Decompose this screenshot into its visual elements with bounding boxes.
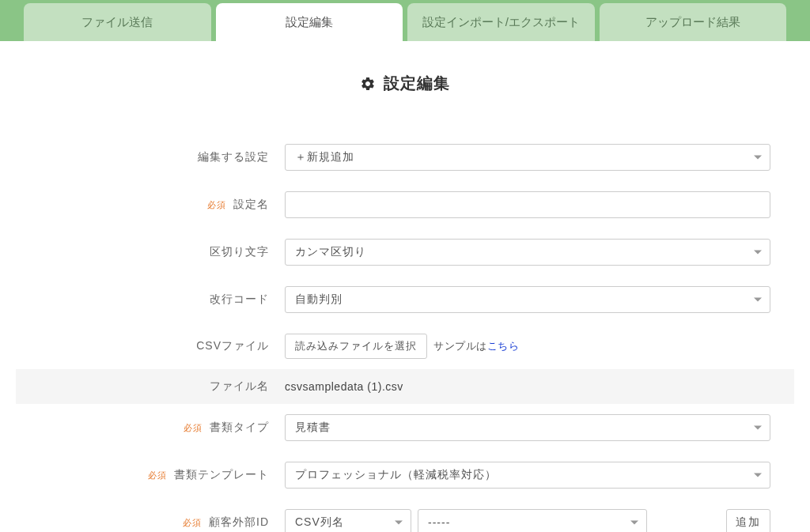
label-customer-ext-id: 必須 顧客外部ID: [16, 515, 285, 530]
gear-icon: [360, 76, 376, 92]
row-setting-name: 必須 設定名: [16, 181, 794, 228]
chevron-down-icon: [630, 521, 638, 525]
select-customer-csv-column[interactable]: CSV列名: [285, 509, 411, 532]
settings-form: 編集する設定 ＋新規追加 必須 設定名 区切り文字 カンマ区切り 改行コード: [0, 134, 810, 532]
chevron-down-icon: [754, 474, 762, 477]
label-delimiter: 区切り文字: [16, 245, 285, 259]
select-value: ＋新規追加: [295, 150, 354, 164]
row-delimiter: 区切り文字 カンマ区切り: [16, 228, 794, 276]
select-value: プロフェッショナル（軽減税率対応）: [295, 468, 497, 482]
select-customer-value[interactable]: -----: [418, 509, 647, 532]
select-value: 自動判別: [295, 292, 343, 307]
sample-link[interactable]: こちら: [487, 340, 520, 352]
chevron-down-icon: [754, 156, 762, 160]
row-csv-file: CSVファイル 読み込みファイルを選択 サンプルはこちら: [16, 323, 794, 369]
select-edit-setting[interactable]: ＋新規追加: [285, 144, 770, 171]
row-newline: 改行コード 自動判別: [16, 276, 794, 323]
chevron-down-icon: [754, 251, 762, 255]
chevron-down-icon: [754, 426, 762, 430]
tab-settings-edit[interactable]: 設定編集: [216, 3, 403, 41]
tab-file-send[interactable]: ファイル送信: [24, 3, 211, 41]
required-badge: 必須: [183, 518, 202, 527]
required-badge: 必須: [184, 423, 202, 432]
row-doc-template: 必須 書類テンプレート プロフェッショナル（軽減税率対応）: [16, 451, 794, 499]
label-file-name: ファイル名: [16, 379, 285, 394]
tab-label: 設定インポート/エクスポート: [422, 15, 580, 30]
tab-import-export[interactable]: 設定インポート/エクスポート: [407, 3, 595, 41]
label-doc-type: 必須 書類タイプ: [16, 421, 285, 435]
tab-label: アップロード結果: [645, 15, 740, 30]
label-newline: 改行コード: [16, 292, 285, 307]
chevron-down-icon: [395, 521, 403, 525]
select-value: CSV列名: [295, 515, 344, 530]
row-customer-ext-id: 必須 顧客外部ID CSV列名 ----- 追加: [16, 499, 794, 532]
file-name-value: csvsampledata (1).csv: [285, 380, 403, 393]
row-file-name: ファイル名 csvsampledata (1).csv: [16, 369, 794, 404]
add-customer-button[interactable]: 追加: [726, 509, 770, 532]
tab-label: ファイル送信: [81, 15, 153, 30]
label-setting-name: 必須 設定名: [16, 198, 285, 212]
select-doc-type[interactable]: 見積書: [285, 414, 770, 441]
label-doc-template: 必須 書類テンプレート: [16, 468, 285, 482]
select-delimiter[interactable]: カンマ区切り: [285, 239, 770, 266]
required-badge: 必須: [207, 200, 226, 209]
file-select-button[interactable]: 読み込みファイルを選択: [285, 334, 427, 359]
setting-name-input[interactable]: [285, 191, 770, 218]
page-title: 設定編集: [0, 73, 810, 94]
select-value: カンマ区切り: [295, 245, 366, 259]
select-newline[interactable]: 自動判別: [285, 286, 770, 313]
required-badge: 必須: [148, 470, 167, 480]
chevron-down-icon: [754, 298, 762, 302]
select-value: -----: [428, 516, 450, 529]
tab-upload-result[interactable]: アップロード結果: [600, 3, 787, 41]
select-value: 見積書: [295, 421, 331, 435]
row-doc-type: 必須 書類タイプ 見積書: [16, 404, 794, 451]
select-doc-template[interactable]: プロフェッショナル（軽減税率対応）: [285, 462, 770, 489]
label-csv-file: CSVファイル: [16, 339, 285, 353]
tab-label: 設定編集: [286, 15, 333, 30]
tabs-bar: ファイル送信 設定編集 設定インポート/エクスポート アップロード結果: [0, 0, 810, 41]
sample-text: サンプルはこちら: [433, 339, 519, 353]
page-title-text: 設定編集: [384, 73, 450, 94]
label-edit-setting: 編集する設定: [16, 150, 285, 164]
row-edit-setting: 編集する設定 ＋新規追加: [16, 134, 794, 181]
